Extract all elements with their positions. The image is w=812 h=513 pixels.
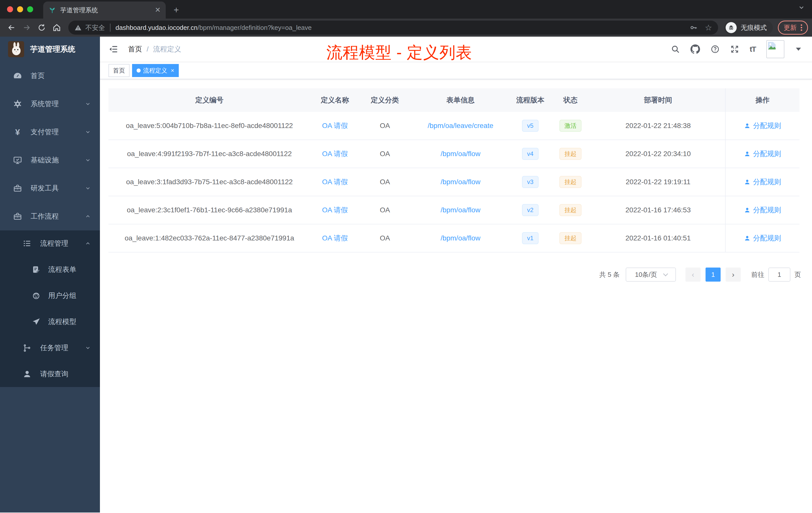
- tag-close-icon[interactable]: ×: [171, 67, 174, 73]
- security-label[interactable]: 不安全: [85, 23, 105, 32]
- gear-icon: [12, 99, 23, 109]
- browser-tab[interactable]: 芋道管理系统 ✕: [43, 1, 166, 19]
- sidebar: 芋道管理系统 首页 系统管理 ¥ 支付管理: [0, 37, 100, 513]
- incognito-icon: [726, 22, 737, 33]
- sidebar-item-label: 系统管理: [31, 99, 85, 109]
- sidebar-item-label: 工作流程: [31, 212, 85, 221]
- sidebar-item-user-group[interactable]: 用户分组: [0, 282, 100, 309]
- avatar[interactable]: [766, 40, 784, 58]
- status-badge: 挂起: [559, 148, 581, 160]
- tab-search-chevron-icon[interactable]: [798, 4, 805, 11]
- sidebar-item-infrastructure[interactable]: 基础设施: [0, 146, 100, 174]
- cell-definition-id: oa_leave:2:3c1f0ef1-76b1-11ec-9c66-a2380…: [109, 196, 310, 224]
- col-header-definition-id: 定义编号: [109, 88, 310, 112]
- prev-page-button[interactable]: ‹: [686, 268, 700, 281]
- cell-definition-id: oa_leave:1:482ec033-762a-11ec-8477-a2380…: [109, 224, 310, 252]
- user-icon: [744, 207, 751, 213]
- form-link[interactable]: /bpm/oa/flow: [441, 150, 481, 158]
- assign-rule-button[interactable]: 分配规则: [744, 121, 781, 130]
- home-icon[interactable]: [50, 21, 63, 34]
- sidebar-item-system[interactable]: 系统管理: [0, 90, 100, 118]
- form-link[interactable]: /bpm/oa/flow: [441, 178, 481, 186]
- col-header-deploy-time: 部署时间: [591, 88, 725, 112]
- browser-update-button[interactable]: 更新: [778, 21, 808, 35]
- goto-page-input[interactable]: [768, 268, 790, 281]
- yen-icon: ¥: [12, 127, 23, 137]
- breadcrumb-home[interactable]: 首页: [128, 44, 142, 54]
- forward-icon[interactable]: [20, 21, 33, 34]
- tab-close-icon[interactable]: ✕: [155, 6, 161, 13]
- version-badge: v2: [522, 204, 538, 216]
- not-secure-warning-icon: [74, 24, 82, 31]
- page-size-select[interactable]: 10条/页: [626, 268, 676, 281]
- reload-icon[interactable]: [35, 21, 48, 34]
- favicon-plant-icon: [48, 6, 56, 14]
- sidebar-item-payment[interactable]: ¥ 支付管理: [0, 118, 100, 146]
- tag-process-definition[interactable]: 流程定义 ×: [132, 64, 179, 77]
- zoom-window-button[interactable]: [27, 6, 33, 12]
- address-bar[interactable]: 不安全 dashboard.yudao.iocoder.cn /bpm/mana…: [68, 21, 718, 35]
- definition-name-link[interactable]: OA 请假: [322, 149, 348, 159]
- toolbox-icon: [12, 183, 23, 193]
- form-link[interactable]: /bpm/oa/flow: [441, 234, 481, 242]
- status-badge: 挂起: [559, 176, 581, 188]
- form-link[interactable]: /bpm/oa/flow: [441, 206, 481, 214]
- definition-name-link[interactable]: OA 请假: [322, 233, 348, 243]
- assign-rule-button[interactable]: 分配规则: [744, 149, 781, 159]
- dashboard-icon: [12, 71, 23, 81]
- sidebar-item-workflow[interactable]: 工作流程: [0, 202, 100, 231]
- pagination: 共 5 条 10条/页 ‹ 1 › 前往 页: [109, 268, 801, 281]
- tags-view-bar: 首页 流程定义 ×: [100, 62, 812, 79]
- sidebar-item-task-management[interactable]: 任务管理: [0, 335, 100, 361]
- avatar-caret-icon[interactable]: [796, 48, 801, 51]
- form-link[interactable]: /bpm/oa/leave/create: [428, 122, 493, 130]
- minimize-window-button[interactable]: [17, 6, 23, 12]
- status-badge: 挂起: [559, 204, 581, 216]
- browser-menu-dots-icon[interactable]: [801, 24, 802, 31]
- page-1-button[interactable]: 1: [705, 268, 721, 281]
- close-window-button[interactable]: [7, 6, 13, 12]
- sidebar-item-label: 用户分组: [48, 291, 91, 300]
- version-badge: v1: [522, 232, 538, 244]
- sidebar-item-label: 流程管理: [40, 239, 85, 248]
- sidebar-item-process-model[interactable]: 流程模型: [0, 309, 100, 335]
- assign-rule-button[interactable]: 分配规则: [744, 205, 781, 215]
- form-icon: [31, 265, 41, 275]
- sidebar-toggle-icon[interactable]: [108, 44, 119, 55]
- back-icon[interactable]: [5, 21, 18, 34]
- github-icon[interactable]: [691, 44, 700, 54]
- sidebar-item-process-management[interactable]: 流程管理: [0, 231, 100, 256]
- sidebar-item-leave-query[interactable]: 请假查询: [0, 361, 100, 387]
- monitor-icon: [12, 155, 23, 165]
- col-header-status: 状态: [550, 88, 591, 112]
- active-dot-icon: [137, 68, 141, 72]
- search-icon[interactable]: [671, 45, 680, 54]
- sidebar-item-home[interactable]: 首页: [0, 62, 100, 90]
- sidebar-item-devtools[interactable]: 研发工具: [0, 174, 100, 202]
- assign-rule-button[interactable]: 分配规则: [744, 177, 781, 187]
- new-tab-button[interactable]: +: [170, 3, 183, 17]
- version-badge: v5: [522, 120, 538, 132]
- bookmark-star-icon[interactable]: ☆: [705, 24, 712, 32]
- workflow-submenu: 流程管理 流程表单 用户分组: [0, 231, 100, 387]
- cell-deploy-time: 2022-01-16 17:46:53: [591, 196, 725, 224]
- help-icon[interactable]: [710, 45, 720, 54]
- version-badge: v4: [522, 148, 538, 160]
- definition-name-link[interactable]: OA 请假: [322, 177, 348, 187]
- col-header-definition-category: 定义分类: [359, 88, 410, 112]
- table-row: oa_leave:1:482ec033-762a-11ec-8477-a2380…: [109, 224, 801, 252]
- tag-home[interactable]: 首页: [109, 64, 129, 77]
- assign-rule-button[interactable]: 分配规则: [744, 233, 781, 243]
- sidebar-logo[interactable]: 芋道管理系统: [0, 37, 100, 62]
- definition-name-link[interactable]: OA 请假: [322, 205, 348, 215]
- next-page-button[interactable]: ›: [726, 268, 741, 281]
- version-badge: v3: [522, 176, 538, 188]
- font-size-icon[interactable]: tT: [750, 45, 756, 54]
- definition-name-link[interactable]: OA 请假: [322, 121, 348, 130]
- fullscreen-icon[interactable]: [730, 45, 739, 54]
- page-unit-label: 页: [794, 270, 801, 279]
- password-key-icon[interactable]: [689, 23, 698, 32]
- sidebar-item-process-form[interactable]: 流程表单: [0, 256, 100, 282]
- sidebar-item-label: 支付管理: [31, 127, 85, 137]
- incognito-label: 无痕模式: [741, 23, 767, 32]
